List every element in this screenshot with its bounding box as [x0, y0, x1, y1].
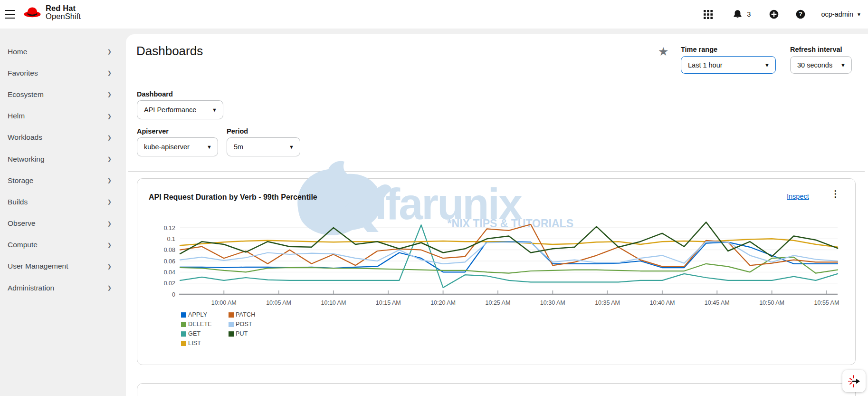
svg-text:10:20 AM: 10:20 AM	[430, 299, 456, 306]
legend-item-patch[interactable]: PATCH	[229, 310, 276, 319]
app-launcher-grid-icon[interactable]	[702, 8, 714, 20]
legend-item-delete[interactable]: DELETE	[181, 319, 229, 329]
svg-text:?: ?	[799, 11, 803, 18]
inspect-link[interactable]: Inspect	[787, 193, 809, 200]
refresh-interval-value: 30 seconds	[797, 61, 832, 69]
legend-item-get[interactable]: GET	[181, 329, 229, 338]
floating-capture-button[interactable]	[842, 370, 866, 392]
brand-text: Red Hat OpenShift	[46, 4, 81, 20]
series-line-patch	[180, 224, 838, 267]
chevron-right-icon: ❯	[107, 285, 112, 291]
sidebar-item-helm[interactable]: Helm❯	[0, 106, 126, 127]
legend-item-post[interactable]: POST	[229, 319, 276, 329]
svg-text:10:55 AM: 10:55 AM	[814, 299, 839, 306]
sidebar-item-label: Administration	[8, 284, 54, 292]
apiserver-select[interactable]: kube-apiserver ▼	[137, 137, 218, 156]
apiserver-value: kube-apiserver	[144, 143, 190, 151]
chevron-right-icon: ❯	[107, 48, 112, 55]
svg-text:10:30 AM: 10:30 AM	[540, 299, 565, 306]
apiserver-label: Apiserver	[137, 127, 169, 135]
period-select[interactable]: 5m ▼	[227, 137, 300, 156]
series-line-delete	[180, 257, 838, 273]
kebab-menu-icon[interactable]: ⋮	[831, 189, 840, 198]
sidebar-item-label: Observe	[8, 219, 36, 228]
svg-text:10:50 AM: 10:50 AM	[759, 299, 784, 306]
page-title: Dashboards	[136, 44, 203, 58]
sidebar-item-label: Helm	[8, 112, 25, 120]
sidebar-item-label: Compute	[8, 241, 38, 249]
legend-swatch	[181, 312, 186, 318]
notification-count-badge[interactable]: 3	[747, 10, 751, 18]
period-label: Period	[227, 127, 248, 135]
sidebar-item-label: Workloads	[8, 133, 42, 142]
sidebar-item-favorites[interactable]: Favorites❯	[0, 62, 126, 84]
chevron-right-icon: ❯	[107, 242, 112, 248]
chevron-right-icon: ❯	[107, 156, 112, 162]
legend-label: GET	[188, 330, 200, 337]
notifications-bell-icon[interactable]	[731, 8, 744, 20]
favorite-star-icon[interactable]: ★	[658, 45, 668, 58]
user-menu[interactable]: ocp-admin	[821, 10, 853, 18]
legend-item-apply[interactable]: APPLY	[181, 310, 229, 319]
chevron-right-icon: ❯	[107, 113, 112, 119]
dashboard-label: Dashboard	[137, 90, 173, 98]
masthead: Red Hat OpenShift 3	[0, 0, 868, 29]
caret-down-icon: ▼	[289, 144, 294, 150]
sidebar-item-label: Home	[8, 48, 27, 56]
redhat-fedora-icon	[23, 5, 42, 20]
svg-text:0.1: 0.1	[167, 236, 175, 242]
sidebar-item-observe[interactable]: Observe❯	[0, 213, 126, 234]
help-question-circle-icon[interactable]: ?	[794, 8, 807, 20]
chevron-right-icon: ❯	[107, 91, 112, 97]
masthead-toolbar: 3 ? ocp-admin ▼	[702, 0, 861, 29]
sidebar-item-storage[interactable]: Storage❯	[0, 170, 126, 191]
svg-text:10:00 AM: 10:00 AM	[211, 299, 237, 306]
sidebar-item-networking[interactable]: Networking❯	[0, 148, 126, 170]
add-plus-circle-icon[interactable]	[768, 8, 780, 20]
sidebar-item-compute[interactable]: Compute❯	[0, 234, 126, 256]
sidebar-item-home[interactable]: Home❯	[0, 41, 126, 62]
brand-line2: OpenShift	[46, 12, 81, 20]
sidebar-item-label: Networking	[8, 155, 45, 164]
caret-down-icon: ▼	[764, 62, 770, 68]
legend-swatch	[229, 331, 234, 337]
sidebar-item-ecosystem[interactable]: Ecosystem❯	[0, 84, 126, 105]
caret-down-icon: ▼	[840, 62, 846, 68]
legend-swatch	[181, 322, 186, 327]
svg-text:0.02: 0.02	[164, 280, 175, 287]
sidebar-item-label: Builds	[8, 198, 28, 206]
sidebar-item-builds[interactable]: Builds❯	[0, 191, 126, 212]
sidebar-item-user-management[interactable]: User Management❯	[0, 256, 126, 277]
sidebar-item-workloads[interactable]: Workloads❯	[0, 127, 126, 148]
svg-text:10:35 AM: 10:35 AM	[595, 299, 620, 306]
sidebar-item-label: Storage	[8, 176, 33, 185]
svg-text:0.06: 0.06	[164, 258, 175, 265]
red-burst-arrow-icon	[847, 374, 861, 388]
chevron-right-icon: ❯	[107, 177, 112, 184]
legend-item-put[interactable]: PUT	[229, 329, 276, 338]
dashboard-select[interactable]: API Performance ▼	[137, 100, 223, 119]
legend-label: POST	[236, 321, 252, 328]
legend-label: PATCH	[236, 311, 256, 318]
time-range-value: Last 1 hour	[688, 61, 723, 69]
nav-toggle-hamburger-icon[interactable]	[5, 10, 15, 19]
brand-line1: Red Hat	[46, 4, 81, 12]
refresh-interval-select[interactable]: 30 seconds ▼	[790, 56, 852, 74]
sidebar-item-label: Favorites	[8, 69, 38, 77]
chevron-right-icon: ❯	[107, 221, 112, 227]
chart-legend: APPLYDELETEGETLISTPATCHPOSTPUT	[181, 310, 276, 348]
sidebar-item-label: User Management	[8, 262, 68, 270]
user-menu-caret-down-icon[interactable]: ▼	[857, 12, 861, 17]
chevron-right-icon: ❯	[107, 263, 112, 270]
time-range-select[interactable]: Last 1 hour ▼	[681, 56, 776, 74]
sidebar-item-administration[interactable]: Administration❯	[0, 277, 126, 299]
chevron-right-icon: ❯	[107, 199, 112, 205]
svg-text:10:10 AM: 10:10 AM	[321, 299, 346, 306]
legend-swatch	[229, 312, 234, 318]
dashboard-value: API Performance	[144, 106, 196, 114]
sidebar-item-label: Ecosystem	[8, 90, 44, 99]
section-divider	[128, 171, 865, 172]
legend-swatch	[229, 322, 234, 327]
legend-item-list[interactable]: LIST	[181, 338, 229, 348]
svg-text:K: K	[331, 172, 379, 246]
